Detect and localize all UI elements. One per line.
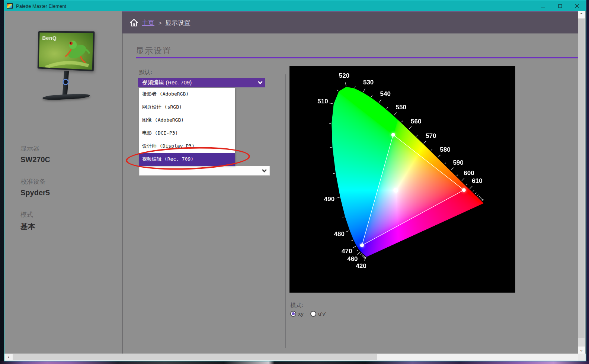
scrollbar-corner [578,354,586,361]
minimize-icon [541,4,545,8]
dropdown-option-selected[interactable]: 视频编辑 (Rec. 709) [139,153,235,166]
mode-radio-label: u'v' [318,310,326,317]
default-label: 默认: [139,69,152,76]
home-icon[interactable] [129,19,138,27]
maximize-button[interactable] [551,1,569,11]
sidebar-info-field: 显示器SW270C [20,144,50,164]
horizontal-scrollbar-thumb[interactable] [13,354,377,360]
secondary-select[interactable] [139,166,270,175]
info-label: 校准设备 [20,177,50,186]
dropdown-option[interactable]: 电影 (DCI-P3) [139,127,235,140]
dropdown-option[interactable]: 图像 (AdobeRGB) [139,114,235,127]
sidebar-info: 显示器SW270C校准设备Spyder5模式基本 [20,144,50,245]
info-value: Spyder5 [20,189,50,197]
mode-radio-u'v'[interactable] [310,311,316,317]
app-icon [7,3,13,9]
desktop-edge-right [586,0,589,364]
maximize-icon [558,4,562,8]
mode-label: 模式: [290,302,303,309]
sidebar-info-field: 模式基本 [20,210,50,232]
info-value: SW270C [20,155,50,164]
sidebar-info-field: 校准设备Spyder5 [20,177,50,197]
radio-dot [292,312,295,315]
cie-canvas [289,66,515,293]
breadcrumb-home-link[interactable]: 主页 [142,19,154,27]
chromaticity-diagram [289,66,515,293]
vertical-scrollbar-thumb[interactable] [578,19,585,338]
chevron-down-icon [262,168,267,173]
chevron-down-icon: ⌄ [580,348,583,352]
content-divider [285,74,286,348]
monitor-stand-base [42,93,90,101]
dropdown-option[interactable]: 摄影者 (AdobeRGB) [139,88,235,101]
info-value: 基本 [20,222,50,232]
preset-select[interactable]: 视频编辑 (Rec. 709) [138,78,265,87]
mode-radio-label: xy [298,310,304,317]
scroll-up-button[interactable]: ⌃ [578,11,585,18]
monitor-screen: BenQ [38,31,95,71]
info-label: 模式 [20,210,50,219]
benq-logo: BenQ [42,35,57,41]
mode-radio-group: xyu'v' [290,310,333,317]
chevron-left-icon: ‹ [8,355,9,359]
breadcrumb-separator: > [159,20,162,26]
close-button[interactable] [569,1,586,11]
monitor-preview-image: BenQ [28,29,106,122]
vertical-scrollbar[interactable]: ⌃ ⌄ [578,11,585,354]
preset-select-value: 视频编辑 (Rec. 709) [142,79,192,86]
close-icon [575,4,579,8]
monitor-cable-ring [63,79,69,85]
mode-radio-xy[interactable] [290,311,296,317]
info-label: 显示器 [20,144,50,153]
page-title: 显示设置 [136,45,172,57]
scroll-left-button[interactable]: ‹ [5,354,12,361]
dropdown-option[interactable]: 设计师 (Display P3) [139,140,235,153]
chevron-up-icon: ⌃ [580,13,583,17]
breadcrumb-current: 显示设置 [165,19,191,27]
horizontal-scrollbar[interactable]: ‹ › [4,354,585,361]
breadcrumb: 主页 > 显示设置 [122,11,578,33]
dropdown-option[interactable]: 网页设计 (sRGB) [139,101,235,114]
sidebar-divider [122,11,123,354]
window-titlebar: Palette Master Element [4,1,586,11]
title-underline [136,57,578,58]
preset-dropdown-list: 摄影者 (AdobeRGB)网页设计 (sRGB)图像 (AdobeRGB)电影… [139,88,235,166]
app-window: Palette Master Element [4,0,586,361]
minimize-button[interactable] [534,1,551,11]
scroll-down-button[interactable]: ⌄ [578,347,585,354]
desktop: Palette Master Element [0,0,589,364]
chevron-down-icon [258,80,263,84]
window-title: Palette Master Element [16,3,66,9]
window-body: BenQ 显示器SW270C校准设备Spyder5模式基本 主页 > 显示设置 [4,11,586,361]
